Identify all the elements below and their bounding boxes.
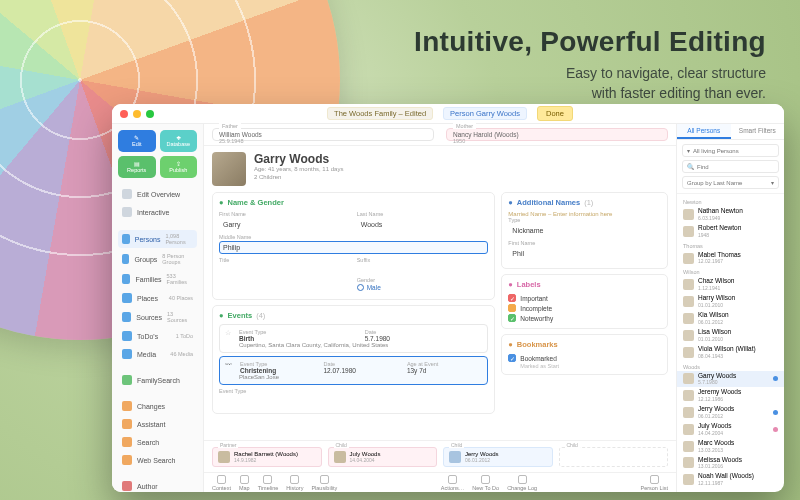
gender-select[interactable]: Male	[357, 284, 489, 291]
suffix-field[interactable]	[357, 264, 489, 274]
avatar	[683, 407, 694, 418]
list-item[interactable]: Mabel Thomas12.02.1967	[677, 250, 784, 267]
list-item[interactable]: Melissa Woods13.01.2016	[677, 455, 784, 472]
filter-select[interactable]: ▾All living Persons	[682, 144, 779, 157]
title-field[interactable]	[219, 264, 351, 274]
mother-card[interactable]: Mother Nancy Harold (Woods) 1950	[446, 128, 668, 141]
list-item[interactable]: Garry Woods5.7.1980	[677, 371, 784, 388]
sidebar-item-websearch[interactable]: Web Search	[118, 452, 197, 468]
sidebar-item-media[interactable]: Media46 Media	[118, 346, 197, 362]
sidebar-interactive[interactable]: Interactive	[118, 204, 197, 220]
list-item[interactable]: Chaz Wilson1.12.1941	[677, 276, 784, 293]
toolbar-timeline[interactable]: Timeline	[258, 475, 279, 491]
child2-card[interactable]: Child Jerry Woods06.01.2012	[443, 447, 553, 467]
close-icon[interactable]	[120, 110, 128, 118]
label-incomplete[interactable]: Incomplete	[508, 303, 661, 313]
middle-name-field[interactable]: Philip	[219, 241, 488, 254]
avatar	[683, 347, 694, 358]
search-icon: 🔍	[687, 163, 694, 170]
avatar	[683, 330, 694, 341]
avatar	[683, 390, 694, 401]
avatar	[683, 313, 694, 324]
sidebar-item-todos[interactable]: ToDo's1 ToDo	[118, 328, 197, 344]
sidebar-item-sources[interactable]: Sources13 Sources	[118, 308, 197, 326]
avatar	[683, 253, 694, 264]
sidebar-item-places[interactable]: Places40 Places	[118, 290, 197, 306]
sidebar-item-persons[interactable]: Persons1,098 Persons	[118, 230, 197, 248]
father-card[interactable]: Father William Woods 25.9.1948	[212, 128, 434, 141]
list-item[interactable]: Lisa Wilson01.01.2010	[677, 327, 784, 344]
list-item[interactable]: Viola Wilson (Willat)08.04.1943	[677, 344, 784, 361]
event-christening[interactable]: 〰 Event TypeChristening Date12.07.1980 A…	[219, 356, 488, 385]
list-item[interactable]: Kia Wilson06.01.2012	[677, 310, 784, 327]
avatar	[683, 209, 694, 220]
toolbar-map[interactable]: Map	[239, 475, 250, 491]
zoom-icon[interactable]	[146, 110, 154, 118]
app-window: The Woods Family – Edited Person Garry W…	[112, 104, 784, 492]
avatar	[683, 279, 694, 290]
list-item[interactable]: Jerry Woods06.01.2012	[677, 404, 784, 421]
doc-title-chip[interactable]: The Woods Family – Edited	[327, 107, 433, 120]
toolbar-plausibility[interactable]: Plausibility	[311, 475, 337, 491]
toolbar-actions[interactable]: Actions…	[441, 475, 465, 491]
add-event-field[interactable]	[219, 395, 488, 405]
toolbar-new-todo[interactable]: New To Do	[472, 475, 499, 491]
last-name-field[interactable]: Woods	[357, 218, 489, 231]
breadcrumb-chip[interactable]: Person Garry Woods	[443, 107, 527, 120]
child1-card[interactable]: Child July Woods14.04.2004	[328, 447, 438, 467]
person-children: 2 Children	[254, 174, 343, 182]
list-item[interactable]: July Woods14.04.2004	[677, 421, 784, 438]
sidebar-btn-publish[interactable]: ⇪Publish	[160, 156, 198, 178]
search-input[interactable]: 🔍Find	[682, 160, 779, 173]
toolbar-context[interactable]: Context	[212, 475, 231, 491]
partner-card[interactable]: Partner Rachel Barnett (Woods)14.9.1982	[212, 447, 322, 467]
done-button[interactable]: Done	[537, 106, 573, 121]
group-select[interactable]: Group by Last Name▾	[682, 176, 779, 189]
addl-type-field[interactable]: Nickname	[508, 224, 661, 237]
person-name: Garry Woods	[254, 152, 343, 166]
bottom-toolbar: Context Map Timeline History Plausibilit…	[204, 472, 676, 492]
sidebar-btn-reports[interactable]: ▤Reports	[118, 156, 156, 178]
hero-title: Intuitive, Powerful Editing	[414, 26, 766, 58]
list-item[interactable]: Noah Wall (Woods)12.11.1987	[677, 471, 784, 488]
person-avatar[interactable]	[212, 152, 246, 186]
addl-first-field[interactable]: Phil	[508, 247, 661, 260]
hero-line2: with faster editing than ever.	[592, 85, 766, 101]
sidebar-item-search[interactable]: Search	[118, 434, 197, 450]
sidebar-btn-database[interactable]: ❖Database	[160, 130, 198, 152]
toldo-history[interactable]: History	[286, 475, 303, 491]
list-item[interactable]: Robert Newton1948	[677, 223, 784, 240]
bookmarks-card: ●Bookmarks ✓Bookmarked Marked as Start	[501, 334, 668, 375]
sidebar-item-groups[interactable]: Groups8 Person Groups	[118, 250, 197, 268]
sidebar-item-author[interactable]: Author	[118, 478, 197, 492]
wave-icon: 〰	[225, 361, 232, 374]
toolbar-person-list[interactable]: Person List	[641, 475, 669, 491]
bookmark-toggle[interactable]: ✓Bookmarked	[508, 353, 661, 363]
first-name-field[interactable]: Garry	[219, 218, 351, 231]
toolbar-changelog[interactable]: Change Log	[507, 475, 537, 491]
add-child-card[interactable]: Child	[559, 447, 669, 467]
sidebar-item-changes[interactable]: Changes	[118, 398, 197, 414]
gender-dot-icon	[773, 410, 778, 415]
minimize-icon[interactable]	[133, 110, 141, 118]
list-item[interactable]: Jeremy Woods12.12.1986	[677, 387, 784, 404]
avatar	[683, 474, 694, 485]
list-item[interactable]: Nathan Newton6.03.1949	[677, 206, 784, 223]
avatar	[683, 296, 694, 307]
sidebar-item-familysearch[interactable]: FamilySearch	[118, 372, 197, 388]
event-birth[interactable]: ☆ Event TypeBirth Date5.7.1980 Cupertino…	[219, 324, 488, 353]
sidebar-overview[interactable]: Edit Overview	[118, 186, 197, 202]
avatar	[683, 457, 694, 468]
sidebar-item-assistant[interactable]: Assistant	[118, 416, 197, 432]
star-icon[interactable]: ☆	[225, 329, 231, 342]
sidebar-btn-edit[interactable]: ✎Edit	[118, 130, 156, 152]
avatar	[683, 441, 694, 452]
tab-all-persons[interactable]: All Persons	[677, 124, 731, 139]
tab-smart-filters[interactable]: Smart Filters	[731, 124, 785, 139]
label-important[interactable]: ✓Important	[508, 293, 661, 303]
list-item[interactable]: Marc Woods13.03.2013	[677, 438, 784, 455]
sidebar-item-families[interactable]: Families533 Families	[118, 270, 197, 288]
person-list-panel: All Persons Smart Filters ▾All living Pe…	[676, 124, 784, 492]
list-item[interactable]: Harry Wilson01.01.2010	[677, 293, 784, 310]
label-noteworthy[interactable]: ✓Noteworthy	[508, 313, 661, 323]
